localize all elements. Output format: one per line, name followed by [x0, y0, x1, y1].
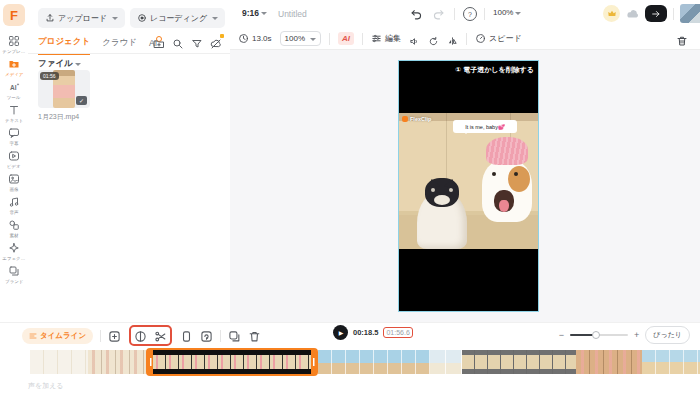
help-icon[interactable]: ? [463, 7, 477, 21]
clip-segment-faded[interactable] [30, 350, 88, 374]
speech-bubble: It is me, baby💕 [453, 120, 517, 133]
add-clip-icon[interactable] [108, 329, 121, 342]
project-title[interactable]: Untitled [278, 9, 307, 19]
timeline-badge[interactable]: タイムライン [22, 328, 93, 344]
sidebar-item-text[interactable]: テキスト [0, 102, 28, 125]
timeline-clip-selected[interactable] [146, 348, 318, 376]
files-label: ファイル [38, 58, 73, 70]
dog-eye [492, 172, 496, 176]
play-button[interactable]: ▶ [333, 325, 348, 340]
recording-button[interactable]: レコーディング [130, 8, 225, 28]
delete-clip-icon[interactable] [676, 33, 688, 45]
clip-segment-letterbox[interactable] [462, 350, 576, 374]
trim-handle-right[interactable] [311, 350, 316, 374]
scissors-icon[interactable] [154, 329, 167, 342]
upload-icon [45, 13, 55, 23]
brand-layers-icon [8, 265, 20, 277]
divider [28, 53, 230, 54]
logo-letter: F [10, 8, 18, 23]
clip-segment-beach[interactable] [318, 350, 430, 374]
zoom-out-button[interactable]: − [559, 330, 564, 340]
dog-pink-hat [486, 137, 528, 165]
clip-segment-dogs[interactable] [576, 350, 642, 374]
export-button[interactable] [645, 5, 667, 22]
clock-icon [238, 33, 249, 44]
slider-knob[interactable] [592, 331, 600, 339]
ai-tools-icon: AI [8, 81, 20, 93]
app-logo[interactable]: F [3, 4, 25, 26]
media-card[interactable]: 01:56 ✓ [38, 70, 90, 108]
aspect-ratio-dropdown[interactable]: 9:16 [242, 8, 267, 18]
zoom-in-button[interactable]: + [634, 330, 639, 340]
tab-cloud[interactable]: クラウド [102, 37, 137, 54]
rotate-icon[interactable] [428, 33, 439, 44]
divider [220, 330, 221, 342]
sidebar-item-brand[interactable]: ブランド [0, 263, 28, 286]
sidebar-item-image[interactable]: 画像 [0, 171, 28, 194]
timeline-zoom-slider[interactable] [570, 334, 628, 336]
volume-icon[interactable] [409, 33, 420, 44]
crop-ratio-icon[interactable] [180, 329, 193, 342]
user-avatar[interactable] [680, 4, 700, 23]
top-bar: 9:16 Untitled ? 100% [230, 0, 700, 28]
video-black-bar-bottom [399, 249, 538, 311]
video-content: It is me, baby💕 FlexClip [399, 113, 538, 249]
cat-muzzle [434, 195, 450, 205]
chevron-down-icon [261, 12, 267, 18]
chevron-down-icon [112, 17, 118, 23]
sidebar-item-elements[interactable]: 素材 [0, 217, 28, 240]
preview-canvas[interactable]: ① 電子透かしを削除する [230, 50, 700, 322]
edit-button[interactable]: 編集 [371, 33, 401, 44]
replace-icon[interactable] [200, 329, 213, 342]
search-icon[interactable] [172, 36, 184, 48]
view-zoom-value: 100% [493, 8, 513, 17]
video-preview-frame[interactable]: ① 電子透かしを削除する [398, 60, 539, 312]
divider [466, 33, 467, 45]
video-black-bar-top: ① 電子透かしを削除する [399, 61, 538, 113]
add-voice-hint[interactable]: 声を加える [28, 381, 64, 391]
sidebar-item-template[interactable]: テンプレ… [0, 33, 28, 56]
new-folder-icon[interactable] [153, 36, 165, 48]
dog-ear-patch [508, 166, 530, 192]
cat-eye [431, 188, 435, 192]
clip-segment-beach2[interactable] [642, 350, 700, 374]
clip-scale-dropdown[interactable]: 100% [280, 31, 321, 46]
trim-handle-left[interactable] [148, 350, 153, 374]
view-zoom-dropdown[interactable]: 100% [493, 8, 521, 17]
sidebar-item-subtitles[interactable]: 字幕 [0, 125, 28, 148]
video-overlay-title: ① 電子透かしを削除する [455, 65, 534, 75]
crown-icon [607, 9, 617, 19]
clip-segment-light[interactable] [430, 350, 462, 374]
video-icon [8, 150, 20, 162]
clip-segment-faded[interactable] [88, 350, 148, 374]
sidebar-item-media[interactable]: メディア [0, 56, 28, 79]
split-icon[interactable] [134, 329, 147, 342]
upload-button[interactable]: アップロード [38, 8, 125, 28]
sidebar-item-audio[interactable]: 音声 [0, 194, 28, 217]
question-mark: ? [468, 11, 472, 18]
library-panel: アップロード レコーディング プロジェクト クラウド AI ファイル [28, 0, 231, 322]
cloud-sync-icon[interactable] [210, 36, 222, 48]
flip-icon[interactable] [447, 33, 458, 44]
filter-icon[interactable] [191, 36, 203, 48]
upgrade-crown-button[interactable] [603, 5, 620, 22]
aspect-ratio-value: 9:16 [242, 8, 259, 18]
files-dropdown[interactable]: ファイル [38, 58, 81, 70]
fit-timeline-button[interactable]: ぴったり [645, 326, 690, 344]
sidebar-item-video[interactable]: ビデオ [0, 148, 28, 171]
ai-tools-button[interactable]: AI [338, 32, 354, 45]
duplicate-icon[interactable] [228, 329, 241, 342]
sidebar-item-effects[interactable]: エフェク… [0, 240, 28, 263]
speed-button[interactable]: スピード [475, 33, 522, 44]
selected-check-badge[interactable]: ✓ [76, 96, 87, 105]
clip-duration-control[interactable]: 13.0s [238, 33, 272, 44]
timeline-track[interactable] [0, 350, 700, 374]
cloud-status-icon[interactable] [626, 7, 640, 20]
sidebar-item-label: テキスト [5, 117, 23, 122]
chevron-down-icon [75, 63, 81, 69]
sidebar-item-label: ツール [7, 94, 21, 99]
trash-icon[interactable] [248, 329, 261, 342]
redo-icon[interactable] [432, 7, 445, 20]
undo-icon[interactable] [410, 7, 423, 20]
sidebar-item-tools[interactable]: AI ツール [0, 79, 28, 102]
